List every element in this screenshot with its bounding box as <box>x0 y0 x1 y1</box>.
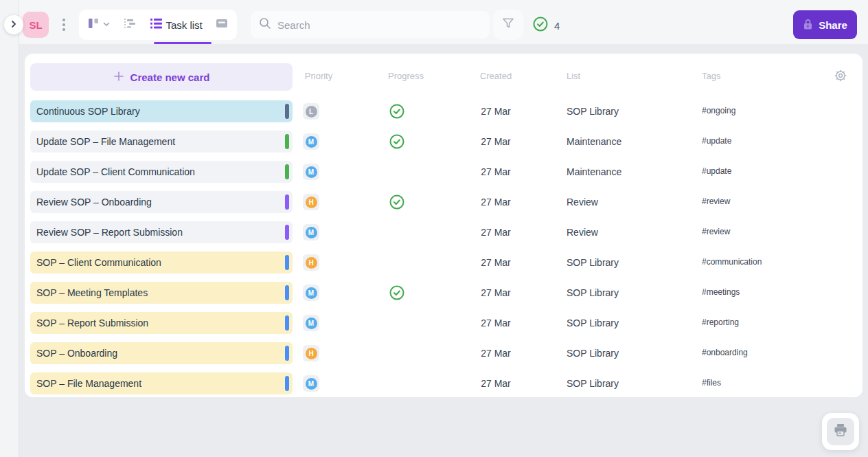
tag-label[interactable]: #review <box>702 191 730 212</box>
priority-badge[interactable]: H <box>303 194 319 210</box>
top-bar: SL Task list <box>19 0 868 44</box>
list-name: SOP Library <box>567 100 619 122</box>
list-name: Review <box>567 191 598 213</box>
tab-board-view[interactable] <box>88 18 111 32</box>
tag-label[interactable]: #reporting <box>702 312 739 333</box>
priority-badge[interactable]: M <box>303 285 319 301</box>
kanban-board-icon <box>88 18 99 32</box>
priority-badge[interactable]: H <box>303 254 319 271</box>
tab-task-list[interactable]: Task list <box>150 19 202 32</box>
tag-label[interactable]: #files <box>702 372 721 393</box>
table-row: SOP – Meeting TemplatesM27 MarSOP Librar… <box>25 282 863 312</box>
progress-done-icon[interactable] <box>389 285 404 300</box>
created-date: 27 Mar <box>471 221 521 243</box>
tag-label[interactable]: #review <box>702 221 730 242</box>
priority-badge[interactable]: M <box>303 164 319 180</box>
priority-letter: L <box>306 106 317 118</box>
priority-letter: M <box>306 287 317 299</box>
lock-icon <box>803 19 813 32</box>
card-color-bar <box>285 285 289 300</box>
task-card[interactable]: Review SOP – Report Submission <box>30 221 293 243</box>
created-date: 27 Mar <box>471 282 521 304</box>
column-header-priority: Priority <box>294 71 343 81</box>
table-row: Review SOP – Report SubmissionM27 MarRev… <box>25 221 863 252</box>
created-date: 27 Mar <box>471 191 521 213</box>
task-card[interactable]: SOP – File Management <box>30 372 293 394</box>
list-name: SOP Library <box>567 312 619 334</box>
column-header-progress: Progress <box>381 71 431 81</box>
chevron-down-icon <box>102 19 111 31</box>
tag-label[interactable]: #onboarding <box>702 342 748 363</box>
task-card[interactable]: Update SOP – File Management <box>30 131 293 153</box>
card-color-bar <box>285 194 289 210</box>
list-name: Review <box>567 221 598 243</box>
priority-badge[interactable]: M <box>303 375 319 392</box>
created-date: 27 Mar <box>471 342 521 364</box>
priority-badge[interactable]: H <box>303 345 319 361</box>
share-button[interactable]: Share <box>793 10 857 39</box>
search-input[interactable] <box>277 19 481 31</box>
table-row: Continuous SOP LibraryL27 MarSOP Library… <box>25 100 863 131</box>
printer-icon <box>833 423 848 440</box>
task-card[interactable]: SOP – Onboarding <box>30 342 293 364</box>
table-row: SOP – Report SubmissionM27 MarSOP Librar… <box>25 312 863 342</box>
task-card[interactable]: SOP – Client Communication <box>30 252 293 274</box>
list-name: Maintenance <box>567 131 621 153</box>
task-list-panel: Create new card Priority Progress Create… <box>25 54 863 397</box>
print-button[interactable] <box>822 413 859 450</box>
created-date: 27 Mar <box>471 100 521 122</box>
card-color-bar <box>285 225 289 240</box>
priority-letter: H <box>306 197 317 208</box>
filter-button[interactable] <box>493 10 523 40</box>
table-row: SOP – OnboardingH27 MarSOP Library#onboa… <box>25 342 863 372</box>
plus-icon <box>113 71 124 84</box>
share-button-label: Share <box>819 19 847 31</box>
table-row: Update SOP – Client CommunicationM27 Mar… <box>25 161 863 191</box>
tab-timeline-view[interactable] <box>124 18 137 32</box>
priority-badge[interactable]: M <box>303 224 319 241</box>
tag-label[interactable]: #meetings <box>702 282 740 302</box>
completed-count-badge[interactable]: 4 <box>533 14 560 36</box>
priority-letter: H <box>306 257 317 269</box>
progress-done-icon[interactable] <box>389 104 404 119</box>
search-box <box>251 11 490 38</box>
list-name: SOP Library <box>567 252 619 274</box>
tag-label[interactable]: #ongoing <box>702 100 735 121</box>
sidebar-expand-button[interactable] <box>4 15 23 34</box>
priority-badge[interactable]: M <box>303 315 319 331</box>
table-settings-button[interactable] <box>834 69 847 82</box>
priority-badge[interactable]: L <box>303 103 319 120</box>
board-options-menu[interactable] <box>59 16 69 34</box>
created-date: 27 Mar <box>471 131 521 153</box>
search-icon <box>259 17 271 32</box>
gear-icon <box>834 73 847 85</box>
list-name: Maintenance <box>567 161 621 183</box>
table-row: SOP – File ManagementM27 MarSOP Library#… <box>25 372 863 403</box>
card-color-bar <box>285 346 289 361</box>
card-color-bar <box>285 134 289 149</box>
chevron-right-icon <box>10 19 18 31</box>
tag-label[interactable]: #communication <box>702 252 762 272</box>
create-new-card-button[interactable]: Create new card <box>30 63 293 91</box>
created-date: 27 Mar <box>471 252 521 274</box>
tag-label[interactable]: #update <box>702 131 731 151</box>
column-header-created: Created <box>471 71 521 81</box>
table-row: SOP – Client CommunicationH27 MarSOP Lib… <box>25 252 863 282</box>
priority-badge[interactable]: M <box>303 133 319 150</box>
task-card[interactable]: Review SOP – Onboarding <box>30 191 293 213</box>
task-list-tab-label: Task list <box>165 19 202 31</box>
priority-letter: M <box>306 227 317 238</box>
task-card[interactable]: SOP – Meeting Templates <box>30 282 293 304</box>
card-color-bar <box>285 255 289 270</box>
progress-done-icon[interactable] <box>389 134 404 149</box>
task-card[interactable]: Continuous SOP Library <box>30 100 293 122</box>
workspace-avatar[interactable]: SL <box>23 12 49 38</box>
task-card[interactable]: SOP – Report Submission <box>30 312 293 334</box>
task-card[interactable]: Update SOP – Client Communication <box>30 161 293 183</box>
progress-done-icon[interactable] <box>389 194 404 210</box>
tab-card-view[interactable] <box>216 19 228 31</box>
create-new-card-label: Create new card <box>130 71 210 83</box>
priority-letter: M <box>306 378 317 390</box>
filter-funnel-icon <box>501 16 515 33</box>
tag-label[interactable]: #update <box>702 161 731 181</box>
